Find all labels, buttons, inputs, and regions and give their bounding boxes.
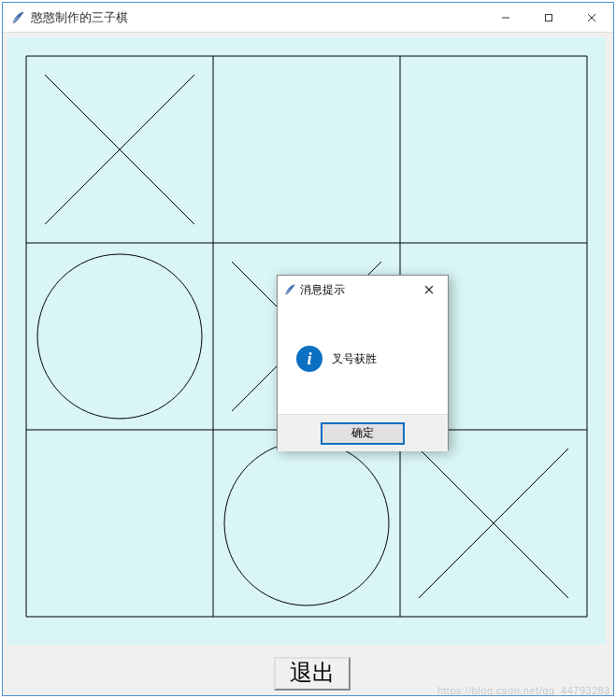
svg-point-17 [224,441,389,605]
tk-feather-icon [10,10,25,25]
maximize-button[interactable] [527,3,570,32]
dialog-close-button[interactable] [410,282,448,297]
info-icon: i [296,346,322,372]
dialog-body: i 叉号获胜 [278,304,448,414]
dialog-titlebar[interactable]: 消息提示 [278,276,448,304]
dialog-message: 叉号获胜 [332,351,377,367]
window-title: 憨憨制作的三子棋 [31,9,484,26]
ok-button[interactable]: 确定 [321,422,405,445]
message-dialog: 消息提示 i 叉号获胜 确定 [277,275,449,450]
svg-point-14 [37,254,202,419]
svg-rect-1 [546,14,552,21]
minimize-button[interactable] [484,3,527,32]
titlebar[interactable]: 憨憨制作的三子棋 [3,3,613,33]
dialog-title: 消息提示 [300,282,410,298]
close-button[interactable] [570,3,613,32]
tk-feather-icon [283,283,296,296]
dialog-footer: 确定 [278,414,448,451]
window-controls [484,3,613,32]
watermark: https://blog.csdn.net/qq_44793283 [437,685,610,696]
exit-button[interactable]: 退出 [274,657,351,691]
